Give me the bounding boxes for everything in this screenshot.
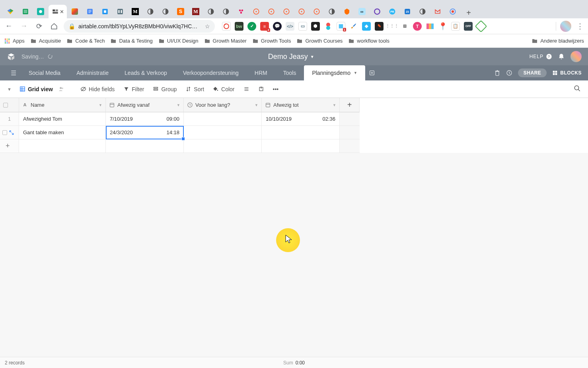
history-icon[interactable] [506,70,512,76]
apps-button[interactable]: Apps [4,38,25,44]
extension-icon[interactable] [475,20,487,32]
extension-icon[interactable] [426,22,434,31]
view-switcher[interactable]: Grid view [16,84,56,94]
browser-tab[interactable] [18,5,33,18]
extension-icon[interactable] [324,22,333,31]
browser-tab[interactable] [219,5,233,18]
group-button[interactable]: Group [150,84,180,94]
cell-name[interactable]: Gant table maken [19,126,106,139]
tables-menu-icon[interactable]: ☰ [6,65,21,80]
browser-tab[interactable]: S [173,5,188,18]
reload-button[interactable]: ⟳ [33,21,45,32]
browser-tab[interactable] [279,5,294,18]
profile-avatar[interactable] [560,21,571,32]
browser-tab[interactable] [264,5,278,18]
forward-button[interactable]: → [18,21,29,32]
column-header-name[interactable]: A Name▼ [19,98,106,112]
browser-tab[interactable] [370,5,384,18]
more-options-button[interactable]: ••• [270,84,282,94]
cell-afwezig-tot[interactable]: 10/10/201902:36 [262,112,340,126]
browser-tab[interactable] [294,5,309,18]
extension-icon[interactable]: ⋮⋮⋮ [387,22,396,31]
checkbox-icon[interactable] [2,130,7,135]
close-tab-icon[interactable]: ✕ [60,9,64,15]
row-number[interactable]: 1 [0,112,19,126]
home-button[interactable] [49,21,60,32]
extension-icon[interactable]: ⊞ [400,22,409,31]
extension-icon[interactable] [222,22,231,31]
extension-icon[interactable]: ≡2 [260,22,269,31]
extension-icon[interactable]: ▭ [298,22,307,31]
table-tab[interactable]: Social Media [21,65,68,80]
share-button[interactable]: SHARE [518,69,547,77]
table-tab[interactable]: HRM [247,65,275,80]
chevron-down-icon[interactable]: ▼ [177,103,180,107]
table-tab[interactable]: Tools [275,65,304,80]
table-tab[interactable]: Verkoopondersteuning [175,65,247,80]
blocks-button[interactable]: BLOCKS [552,70,582,76]
browser-tab[interactable]: M [128,5,142,18]
trash-icon[interactable] [494,70,500,76]
checkbox-icon[interactable] [3,103,8,108]
browser-tab[interactable]: ∞ [355,5,369,18]
chevron-down-icon[interactable]: ▼ [354,71,357,75]
share-view-button[interactable] [255,84,267,94]
extension-icon[interactable]: 🖌️ [349,22,358,31]
summary-cell[interactable]: Sum 0:00 [283,360,305,366]
browser-tab[interactable] [204,5,218,18]
search-button[interactable] [571,82,583,96]
extension-icon[interactable]: bw [235,22,243,31]
bookmark-folder[interactable]: Growth Master [204,38,247,44]
bookmark-folder[interactable]: workflow tools [348,38,389,44]
column-header-afwezig-vanaf[interactable]: Afwezig vanaf▼ [106,98,184,112]
collaborators-icon[interactable] [58,86,64,92]
extension-icon[interactable]: 📋 [451,22,460,31]
extension-icon[interactable]: 1 [337,22,345,31]
extension-icon[interactable]: ✎ [375,22,384,31]
browser-tab[interactable] [33,5,48,18]
browser-tab[interactable]: M [189,5,203,18]
browser-tab[interactable] [415,5,430,18]
cell-voor-hoe-lang[interactable] [184,126,262,139]
browser-tab[interactable] [158,5,173,18]
extension-icon[interactable]: ✓ [247,22,256,31]
select-all-header[interactable] [0,98,19,112]
extension-icon[interactable]: 📍 [438,22,447,31]
airtable-logo-icon[interactable] [6,52,16,61]
bookmark-folder[interactable]: Data & Testing [110,38,152,44]
base-title[interactable]: Demo Jeasy ▼ [268,53,314,61]
extension-icon[interactable]: 💬 [273,22,282,31]
expand-record-icon[interactable] [9,130,14,135]
other-bookmarks[interactable]: Andere bladwijzers [532,38,584,44]
browser-tab[interactable] [83,5,97,18]
extension-icon[interactable]: </> [286,22,294,31]
back-button[interactable]: ← [3,21,14,32]
browser-tab[interactable] [234,5,248,18]
add-table-button[interactable] [365,65,379,80]
sort-button[interactable]: Sort [182,84,207,94]
hide-fields-button[interactable]: Hide fields [77,84,118,94]
browser-tab[interactable] [340,5,354,18]
browser-menu-icon[interactable]: ⋮ [575,22,585,31]
bookmark-folder[interactable]: Growth Courses [296,38,343,44]
bookmark-star-icon[interactable]: ☆ [205,23,210,29]
filter-button[interactable]: Filter [120,84,147,94]
browser-tab[interactable] [68,5,82,18]
add-row-button[interactable]: + [0,139,19,153]
add-column-button[interactable]: + [340,98,360,112]
help-button[interactable]: HELP ? [530,53,552,60]
browser-tab[interactable] [143,5,158,18]
browser-tab[interactable] [249,5,263,18]
address-bar[interactable]: 🔒 airtable.com/tbl5YpLVyR8zBMbH0/viwKlq7… [64,20,215,33]
bookmark-folder[interactable]: Code & Tech [66,38,105,44]
bookmark-folder[interactable]: Acquisitie [30,38,61,44]
table-tab[interactable]: Administratie [68,65,117,80]
cell-afwezig-tot[interactable] [262,126,340,139]
browser-tab[interactable] [430,5,445,18]
extension-icon[interactable]: ◆ [362,22,371,31]
cell-afwezig-vanaf-selected[interactable]: 24/3/202014:18 [106,126,184,139]
browser-tab-active[interactable]: ✕ [49,5,67,18]
notifications-icon[interactable] [558,53,565,60]
column-header-afwezig-tot[interactable]: Afwezig tot▼ [262,98,340,112]
browser-tab[interactable] [325,5,339,18]
